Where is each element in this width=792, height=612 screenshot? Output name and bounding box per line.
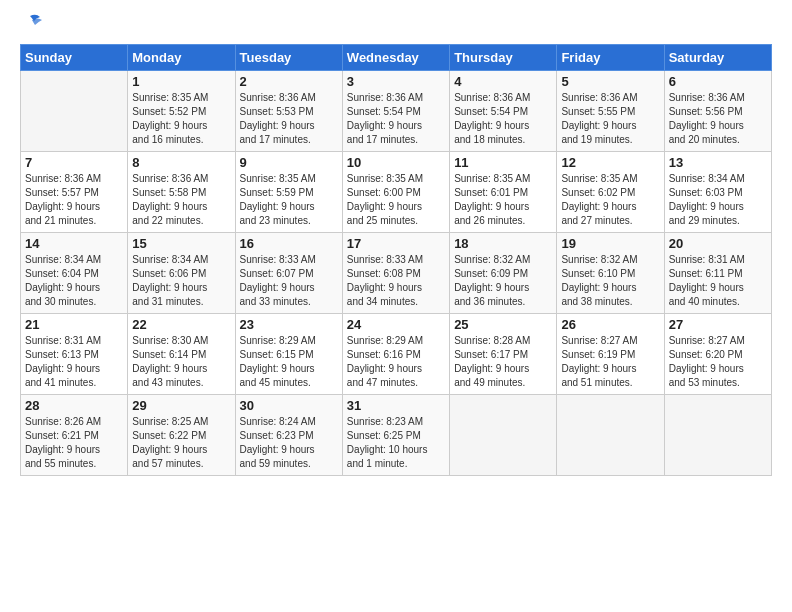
day-number: 3 <box>347 74 445 89</box>
day-number: 20 <box>669 236 767 251</box>
day-info: Sunrise: 8:35 AM Sunset: 5:52 PM Dayligh… <box>132 91 230 147</box>
calendar-header-monday: Monday <box>128 45 235 71</box>
day-number: 6 <box>669 74 767 89</box>
calendar-cell: 3Sunrise: 8:36 AM Sunset: 5:54 PM Daylig… <box>342 71 449 152</box>
day-number: 30 <box>240 398 338 413</box>
day-number: 21 <box>25 317 123 332</box>
day-info: Sunrise: 8:26 AM Sunset: 6:21 PM Dayligh… <box>25 415 123 471</box>
day-number: 28 <box>25 398 123 413</box>
day-info: Sunrise: 8:35 AM Sunset: 5:59 PM Dayligh… <box>240 172 338 228</box>
calendar-week-row: 28Sunrise: 8:26 AM Sunset: 6:21 PM Dayli… <box>21 395 772 476</box>
day-number: 4 <box>454 74 552 89</box>
calendar-cell: 13Sunrise: 8:34 AM Sunset: 6:03 PM Dayli… <box>664 152 771 233</box>
day-number: 11 <box>454 155 552 170</box>
day-number: 16 <box>240 236 338 251</box>
calendar-header-sunday: Sunday <box>21 45 128 71</box>
day-number: 10 <box>347 155 445 170</box>
calendar-table: SundayMondayTuesdayWednesdayThursdayFrid… <box>20 44 772 476</box>
day-info: Sunrise: 8:25 AM Sunset: 6:22 PM Dayligh… <box>132 415 230 471</box>
calendar-cell: 22Sunrise: 8:30 AM Sunset: 6:14 PM Dayli… <box>128 314 235 395</box>
day-info: Sunrise: 8:33 AM Sunset: 6:07 PM Dayligh… <box>240 253 338 309</box>
calendar-cell: 19Sunrise: 8:32 AM Sunset: 6:10 PM Dayli… <box>557 233 664 314</box>
calendar-cell <box>450 395 557 476</box>
day-info: Sunrise: 8:32 AM Sunset: 6:09 PM Dayligh… <box>454 253 552 309</box>
day-number: 19 <box>561 236 659 251</box>
day-info: Sunrise: 8:36 AM Sunset: 5:53 PM Dayligh… <box>240 91 338 147</box>
day-info: Sunrise: 8:36 AM Sunset: 5:56 PM Dayligh… <box>669 91 767 147</box>
calendar-week-row: 14Sunrise: 8:34 AM Sunset: 6:04 PM Dayli… <box>21 233 772 314</box>
day-info: Sunrise: 8:29 AM Sunset: 6:15 PM Dayligh… <box>240 334 338 390</box>
calendar-header-friday: Friday <box>557 45 664 71</box>
day-info: Sunrise: 8:34 AM Sunset: 6:04 PM Dayligh… <box>25 253 123 309</box>
day-number: 7 <box>25 155 123 170</box>
day-number: 25 <box>454 317 552 332</box>
day-number: 1 <box>132 74 230 89</box>
day-number: 15 <box>132 236 230 251</box>
calendar-cell: 5Sunrise: 8:36 AM Sunset: 5:55 PM Daylig… <box>557 71 664 152</box>
day-number: 26 <box>561 317 659 332</box>
calendar-header-tuesday: Tuesday <box>235 45 342 71</box>
day-info: Sunrise: 8:32 AM Sunset: 6:10 PM Dayligh… <box>561 253 659 309</box>
calendar-cell <box>664 395 771 476</box>
calendar-cell <box>21 71 128 152</box>
day-number: 5 <box>561 74 659 89</box>
calendar-cell: 18Sunrise: 8:32 AM Sunset: 6:09 PM Dayli… <box>450 233 557 314</box>
day-info: Sunrise: 8:28 AM Sunset: 6:17 PM Dayligh… <box>454 334 552 390</box>
day-info: Sunrise: 8:33 AM Sunset: 6:08 PM Dayligh… <box>347 253 445 309</box>
calendar-cell: 6Sunrise: 8:36 AM Sunset: 5:56 PM Daylig… <box>664 71 771 152</box>
calendar-cell: 31Sunrise: 8:23 AM Sunset: 6:25 PM Dayli… <box>342 395 449 476</box>
day-info: Sunrise: 8:36 AM Sunset: 5:54 PM Dayligh… <box>347 91 445 147</box>
day-number: 13 <box>669 155 767 170</box>
calendar-cell: 4Sunrise: 8:36 AM Sunset: 5:54 PM Daylig… <box>450 71 557 152</box>
calendar-cell: 2Sunrise: 8:36 AM Sunset: 5:53 PM Daylig… <box>235 71 342 152</box>
day-number: 23 <box>240 317 338 332</box>
calendar-week-row: 7Sunrise: 8:36 AM Sunset: 5:57 PM Daylig… <box>21 152 772 233</box>
day-number: 29 <box>132 398 230 413</box>
day-info: Sunrise: 8:31 AM Sunset: 6:11 PM Dayligh… <box>669 253 767 309</box>
calendar-cell: 28Sunrise: 8:26 AM Sunset: 6:21 PM Dayli… <box>21 395 128 476</box>
day-info: Sunrise: 8:35 AM Sunset: 6:01 PM Dayligh… <box>454 172 552 228</box>
calendar-cell: 23Sunrise: 8:29 AM Sunset: 6:15 PM Dayli… <box>235 314 342 395</box>
calendar-header-wednesday: Wednesday <box>342 45 449 71</box>
day-number: 8 <box>132 155 230 170</box>
day-info: Sunrise: 8:36 AM Sunset: 5:58 PM Dayligh… <box>132 172 230 228</box>
day-number: 18 <box>454 236 552 251</box>
calendar-header-saturday: Saturday <box>664 45 771 71</box>
day-number: 31 <box>347 398 445 413</box>
page: SundayMondayTuesdayWednesdayThursdayFrid… <box>0 0 792 488</box>
calendar-header-row: SundayMondayTuesdayWednesdayThursdayFrid… <box>21 45 772 71</box>
day-info: Sunrise: 8:31 AM Sunset: 6:13 PM Dayligh… <box>25 334 123 390</box>
logo <box>20 18 44 34</box>
calendar-cell: 25Sunrise: 8:28 AM Sunset: 6:17 PM Dayli… <box>450 314 557 395</box>
calendar-cell: 15Sunrise: 8:34 AM Sunset: 6:06 PM Dayli… <box>128 233 235 314</box>
day-number: 9 <box>240 155 338 170</box>
day-info: Sunrise: 8:29 AM Sunset: 6:16 PM Dayligh… <box>347 334 445 390</box>
day-number: 22 <box>132 317 230 332</box>
calendar-cell: 29Sunrise: 8:25 AM Sunset: 6:22 PM Dayli… <box>128 395 235 476</box>
logo-bird-icon <box>22 12 44 34</box>
calendar-cell: 7Sunrise: 8:36 AM Sunset: 5:57 PM Daylig… <box>21 152 128 233</box>
calendar-cell: 1Sunrise: 8:35 AM Sunset: 5:52 PM Daylig… <box>128 71 235 152</box>
calendar-header-thursday: Thursday <box>450 45 557 71</box>
calendar-cell: 26Sunrise: 8:27 AM Sunset: 6:19 PM Dayli… <box>557 314 664 395</box>
day-number: 14 <box>25 236 123 251</box>
calendar-week-row: 1Sunrise: 8:35 AM Sunset: 5:52 PM Daylig… <box>21 71 772 152</box>
day-info: Sunrise: 8:36 AM Sunset: 5:55 PM Dayligh… <box>561 91 659 147</box>
day-info: Sunrise: 8:24 AM Sunset: 6:23 PM Dayligh… <box>240 415 338 471</box>
calendar-cell: 20Sunrise: 8:31 AM Sunset: 6:11 PM Dayli… <box>664 233 771 314</box>
calendar-cell: 17Sunrise: 8:33 AM Sunset: 6:08 PM Dayli… <box>342 233 449 314</box>
calendar-cell: 30Sunrise: 8:24 AM Sunset: 6:23 PM Dayli… <box>235 395 342 476</box>
day-info: Sunrise: 8:36 AM Sunset: 5:54 PM Dayligh… <box>454 91 552 147</box>
calendar-week-row: 21Sunrise: 8:31 AM Sunset: 6:13 PM Dayli… <box>21 314 772 395</box>
calendar-cell: 10Sunrise: 8:35 AM Sunset: 6:00 PM Dayli… <box>342 152 449 233</box>
day-info: Sunrise: 8:27 AM Sunset: 6:19 PM Dayligh… <box>561 334 659 390</box>
day-number: 27 <box>669 317 767 332</box>
day-info: Sunrise: 8:35 AM Sunset: 6:00 PM Dayligh… <box>347 172 445 228</box>
day-number: 12 <box>561 155 659 170</box>
day-number: 17 <box>347 236 445 251</box>
day-number: 24 <box>347 317 445 332</box>
calendar-cell: 9Sunrise: 8:35 AM Sunset: 5:59 PM Daylig… <box>235 152 342 233</box>
calendar-cell: 21Sunrise: 8:31 AM Sunset: 6:13 PM Dayli… <box>21 314 128 395</box>
calendar-cell: 27Sunrise: 8:27 AM Sunset: 6:20 PM Dayli… <box>664 314 771 395</box>
calendar-cell: 12Sunrise: 8:35 AM Sunset: 6:02 PM Dayli… <box>557 152 664 233</box>
